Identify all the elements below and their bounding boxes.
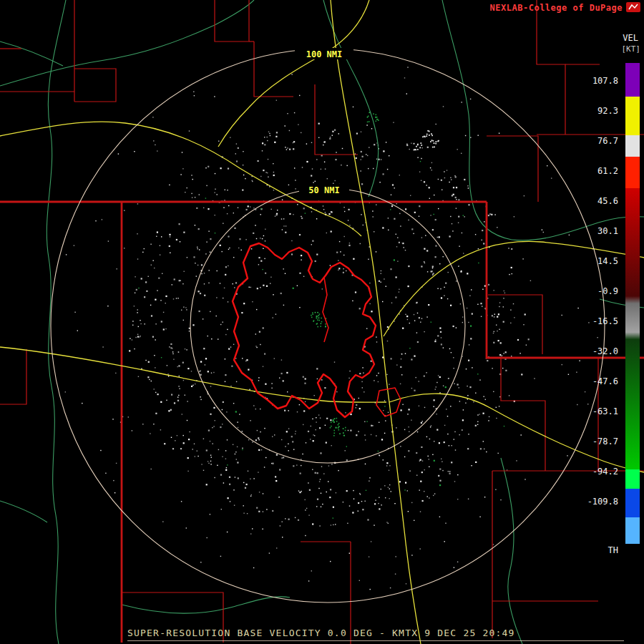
caption-underline (127, 640, 624, 641)
promontory-line (323, 278, 328, 342)
radar-echoes (65, 67, 598, 590)
legend-threshold-label: TH (568, 545, 618, 555)
nexlab-logo-icon (626, 2, 640, 12)
highway-i84-west (0, 122, 361, 236)
brand-text: NEXLAB-College of DuPage (490, 3, 623, 13)
legend-title: VEL (623, 33, 638, 43)
highway-i84-north (218, 0, 369, 147)
ring-label-100nmi: 100 NMI (306, 49, 343, 59)
radar-map-canvas: 100 NMI 50 NMI (0, 0, 644, 644)
velocity-colorbar (625, 63, 640, 544)
highway-i15 (331, 0, 421, 644)
legend-units: [KT] (622, 44, 641, 54)
ring-labels-layer: 100 NMI 50 NMI (295, 48, 353, 195)
state-borders-layer (0, 202, 644, 643)
product-caption: SUPER-RESOLUTION BASE VELOCITY 0.0 DEG -… (127, 628, 515, 638)
ring-label-50nmi: 50 NMI (308, 185, 339, 195)
radar-display: 100 NMI 50 NMI NEXLAB-College of DuPage … (0, 0, 644, 644)
lake-outline-layer (233, 243, 401, 417)
